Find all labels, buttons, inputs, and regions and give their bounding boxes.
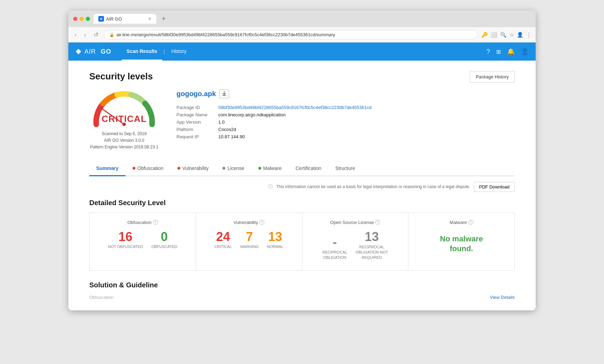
- request-ip-value: 10.87.144.90: [218, 133, 377, 140]
- normal-label: NORMAL: [267, 245, 284, 249]
- critical-group: 24 CRITICAL: [214, 231, 232, 249]
- obfuscated-label: OBFUSCATED: [151, 245, 177, 249]
- bookmark-icon[interactable]: ☆: [509, 32, 514, 38]
- download-button[interactable]: [219, 90, 229, 98]
- reload-button[interactable]: ↺: [92, 30, 100, 39]
- vulnerability-card-title: Vulnerability ?: [202, 220, 296, 225]
- malware-dot: [258, 167, 261, 170]
- vulnerability-numbers: 24 CRITICAL 7 WARNING 13 NORMAL: [202, 231, 296, 249]
- app-version-value: 1.0: [218, 118, 377, 126]
- table-row: Package Name com.linecorp.airgo.ndkappli…: [176, 111, 377, 118]
- tab-malware[interactable]: Malware: [251, 161, 289, 176]
- license-dot: [222, 167, 225, 170]
- nav-separator: |: [164, 48, 165, 55]
- obfuscation-card: Obfuscation ? 16 NOT OBFUSCATED 0 OBFUSC…: [90, 213, 196, 270]
- vulnerability-dot: [178, 167, 180, 170]
- obfuscated-value: 0: [151, 231, 177, 243]
- browser-tab[interactable]: AIR GO ✕: [93, 14, 156, 24]
- not-obfuscated-value: 16: [108, 231, 143, 243]
- tab-close-button[interactable]: ✕: [148, 16, 151, 21]
- solution-hint: Obfuscation: [89, 295, 113, 300]
- obfuscated-group: 0 OBFUSCATED: [151, 231, 177, 249]
- lock-icon: 🔒: [109, 32, 114, 37]
- url-text: air.line.me/airgo/result/58bf30e9953bd49…: [116, 32, 335, 37]
- page-title: Security levels: [89, 71, 153, 82]
- help-icon[interactable]: ?: [486, 48, 490, 55]
- tab-license[interactable]: License: [216, 161, 251, 176]
- package-filename: gogogo.apk: [176, 90, 216, 98]
- vulnerability-card: Vulnerability ? 24 CRITICAL 7 WARNING 13…: [196, 213, 302, 270]
- nav-scan-results[interactable]: Scan Results: [122, 42, 162, 61]
- malware-card-title: Malware ?: [414, 220, 509, 225]
- user-icon[interactable]: 👤: [521, 48, 529, 55]
- app-header: AIR GO Scan Results | History ? ⊞ 🔔 👤: [68, 42, 536, 61]
- browser-titlebar: AIR GO ✕ +: [68, 10, 536, 27]
- notification-icon[interactable]: 🔔: [507, 48, 515, 55]
- tab-obfuscation[interactable]: Obfuscation: [126, 161, 171, 176]
- package-details: gogogo.apk Package ID 58bf30e9953bd49bf4…: [176, 90, 515, 140]
- package-history-button[interactable]: Package History: [470, 71, 515, 83]
- vulnerability-help-icon[interactable]: ?: [259, 220, 264, 225]
- pdf-download-button[interactable]: PDF Download: [474, 182, 515, 192]
- obfuscation-help-icon[interactable]: ?: [153, 220, 158, 225]
- tabs: Summary Obfuscation Vulnerability Licens…: [89, 161, 515, 176]
- menu-icon[interactable]: ⋮: [526, 32, 531, 38]
- reciprocal-group: - ReciprocalObligation: [322, 236, 347, 261]
- license-card: Open Source License ? - ReciprocalObliga…: [302, 213, 409, 270]
- address-bar[interactable]: 🔒 air.line.me/airgo/result/58bf30e9953bd…: [104, 30, 478, 39]
- solution-title: Solution & Guideline: [89, 281, 515, 289]
- table-row: Request IP 10.87.144.90: [176, 133, 377, 140]
- scan-date: Scanned to Sep 6, 2018 AIR GO Version 3.…: [89, 131, 159, 151]
- logo-air: AIR: [84, 48, 96, 55]
- package-name-label: Package Name: [176, 111, 218, 118]
- pdf-info-text: This information cannot be used as a bas…: [276, 184, 470, 189]
- tab-favicon: [98, 16, 104, 22]
- tab-certification[interactable]: Certification: [288, 161, 328, 176]
- window-controls: [73, 17, 90, 21]
- nav-actions: 🔑 ⬜ 🔍 ☆ 👤 ⋮: [481, 32, 531, 38]
- license-help-icon[interactable]: ?: [375, 220, 380, 225]
- not-obfuscated-label: NOT OBFUSCATED: [108, 245, 143, 249]
- app-version-label: App Version: [176, 118, 218, 126]
- new-tab-button[interactable]: +: [160, 15, 168, 23]
- warning-value: 7: [240, 231, 259, 243]
- solution-bar: Obfuscation View Details: [89, 295, 515, 300]
- malware-help-icon[interactable]: ?: [468, 220, 473, 225]
- platform-value: Cocos2d: [218, 126, 377, 133]
- obfuscation-dot: [133, 167, 135, 170]
- gauge-label: CRITICAL: [101, 114, 146, 124]
- view-details-link[interactable]: View Details: [490, 295, 515, 300]
- table-row: Platform Cocos2d: [176, 126, 377, 133]
- reciprocal-not-req-label: ReciprocalObligation NotRequired: [356, 245, 388, 261]
- account-icon[interactable]: 👤: [517, 32, 523, 38]
- header-right: ? ⊞ 🔔 👤: [486, 48, 529, 55]
- tab-vulnerability[interactable]: Vulnerability: [171, 161, 216, 176]
- info-icon: ⓘ: [268, 184, 273, 190]
- password-icon[interactable]: 🔑: [481, 32, 488, 38]
- license-card-title: Open Source License ?: [308, 220, 403, 225]
- forward-button[interactable]: ›: [82, 30, 88, 39]
- tab-summary[interactable]: Summary: [89, 161, 126, 176]
- close-dot[interactable]: [73, 17, 77, 21]
- tab-structure[interactable]: Structure: [328, 161, 362, 176]
- package-name-value: com.linecorp.airgo.ndkapplication: [218, 111, 377, 118]
- maximize-dot[interactable]: [86, 17, 90, 21]
- minimize-dot[interactable]: [80, 17, 84, 21]
- obfuscation-numbers: 16 NOT OBFUSCATED 0 OBFUSCATED: [95, 231, 190, 249]
- security-cards: Obfuscation ? 16 NOT OBFUSCATED 0 OBFUSC…: [89, 212, 515, 271]
- browser-nav: ‹ › ↺ 🔒 air.line.me/airgo/result/58bf30e…: [68, 27, 536, 42]
- gauge-container: CRITICAL: [89, 90, 159, 128]
- package-info-table: Package ID 58bf30e9953bd49bf4228655ba559…: [176, 104, 377, 140]
- table-row: Package ID 58bf30e9953bd49bf4228655ba559…: [176, 104, 377, 111]
- request-ip-label: Request IP: [176, 133, 218, 140]
- back-button[interactable]: ‹: [73, 30, 78, 39]
- translate-icon[interactable]: ⬜: [491, 32, 497, 38]
- search-icon[interactable]: 🔍: [500, 32, 507, 38]
- nav-history[interactable]: History: [166, 42, 191, 61]
- critical-value: 24: [214, 231, 232, 243]
- grid-icon[interactable]: ⊞: [496, 48, 501, 55]
- main-content: Security levels Package History: [68, 61, 536, 310]
- reciprocal-not-req-group: 13 ReciprocalObligation NotRequired: [356, 231, 388, 261]
- app-logo: AIR GO: [75, 48, 111, 55]
- reciprocal-not-req-value: 13: [356, 231, 388, 243]
